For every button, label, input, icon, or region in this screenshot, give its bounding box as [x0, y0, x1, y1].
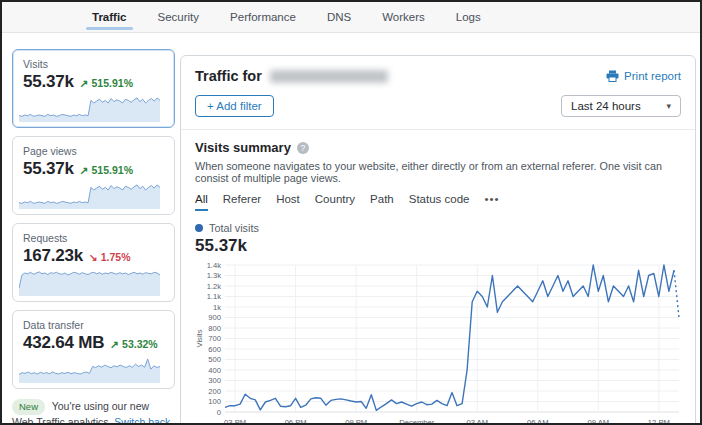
- svg-text:Visits: Visits: [195, 329, 204, 347]
- nav-tab-security[interactable]: Security: [156, 2, 202, 32]
- svg-text:300: 300: [208, 376, 221, 385]
- metric-label: Page views: [23, 145, 164, 157]
- total-visits-value: 55.37k: [195, 236, 681, 256]
- legend-dot-icon: [195, 224, 203, 232]
- chevron-down-icon: ▾: [666, 101, 671, 111]
- metric-card-visits[interactable]: Visits55.37k↗ 515.91%: [12, 49, 175, 128]
- line-chart-svg: 01002003004005006007008009001k1.1k1.2k1.…: [195, 260, 683, 425]
- metric-card-data-transfer[interactable]: Data transfer432.64 MB↗ 53.32%: [12, 310, 175, 389]
- nav-tab-performance[interactable]: Performance: [228, 2, 298, 32]
- svg-text:1.2k: 1.2k: [207, 282, 222, 291]
- section-title: Visits summary: [195, 140, 291, 155]
- svg-text:0: 0: [217, 408, 221, 417]
- add-filter-button[interactable]: + Add filter: [195, 95, 274, 117]
- dimension-tab-path[interactable]: Path: [370, 193, 394, 211]
- metric-value: 432.64 MB: [23, 333, 104, 353]
- svg-text:1.3k: 1.3k: [207, 271, 222, 280]
- svg-text:400: 400: [208, 366, 221, 375]
- metric-label: Visits: [23, 58, 164, 70]
- metric-value: 55.37k: [23, 159, 74, 179]
- metric-card-page-views[interactable]: Page views55.37k↗ 515.91%: [12, 136, 175, 215]
- metric-card-requests[interactable]: Requests167.23k↘ 1.75%: [12, 223, 175, 302]
- svg-text:200: 200: [208, 387, 221, 396]
- svg-text:500: 500: [208, 355, 221, 364]
- sparkline-chart: [19, 93, 160, 123]
- sparkline-chart: [19, 267, 160, 297]
- svg-text:09 PM: 09 PM: [345, 418, 367, 425]
- svg-text:03 AM: 03 AM: [466, 418, 488, 425]
- dimension-tab-all[interactable]: All: [195, 193, 208, 211]
- printer-icon: [606, 70, 619, 82]
- dimension-tab-host[interactable]: Host: [276, 193, 300, 211]
- sparkline-chart: [19, 354, 160, 384]
- metric-value: 167.23k: [23, 246, 83, 266]
- time-range-value: Last 24 hours: [571, 100, 641, 112]
- svg-text:12 PM: 12 PM: [648, 418, 670, 425]
- dimension-tab-country[interactable]: Country: [315, 193, 355, 211]
- help-icon[interactable]: ?: [297, 142, 309, 154]
- nav-tab-workers[interactable]: Workers: [380, 2, 427, 32]
- visits-summary-section: Visits summary ? When someone navigates …: [181, 130, 695, 425]
- svg-text:600: 600: [208, 345, 221, 354]
- dimension-tabs: AllRefererHostCountryPathStatus code•••: [195, 193, 681, 211]
- print-report-label: Print report: [624, 70, 681, 82]
- print-report-link[interactable]: Print report: [606, 70, 681, 82]
- redacted-domain: [270, 70, 388, 83]
- svg-text:06 PM: 06 PM: [285, 418, 307, 425]
- nav-tab-logs[interactable]: Logs: [454, 2, 483, 32]
- legend-label: Total visits: [209, 222, 259, 234]
- metrics-sidebar: Visits55.37k↗ 515.91%Page views55.37k↗ 5…: [12, 49, 175, 425]
- svg-text:09 AM: 09 AM: [588, 418, 610, 425]
- svg-text:800: 800: [208, 324, 221, 333]
- page-title: Traffic for: [195, 68, 262, 84]
- metric-delta: ↘ 1.75%: [89, 251, 131, 263]
- metric-label: Requests: [23, 232, 164, 244]
- svg-text:1.4k: 1.4k: [207, 261, 222, 270]
- top-nav: TrafficSecurityPerformanceDNSWorkersLogs: [2, 2, 700, 33]
- metric-delta: ↗ 53.32%: [110, 338, 157, 350]
- metric-value: 55.37k: [23, 72, 74, 92]
- sparkline-chart: [19, 180, 160, 210]
- svg-text:1k: 1k: [213, 303, 221, 312]
- nav-tab-dns[interactable]: DNS: [325, 2, 353, 32]
- more-tabs-button[interactable]: •••: [484, 193, 499, 211]
- main-header: Traffic for Print report + Add filter La…: [181, 56, 695, 130]
- new-analytics-notice: New You're using our new Web Traffic ana…: [12, 399, 172, 425]
- svg-text:700: 700: [208, 334, 221, 343]
- svg-text:900: 900: [208, 313, 221, 322]
- svg-text:06 AM: 06 AM: [527, 418, 549, 425]
- section-description: When someone navigates to your website, …: [195, 160, 681, 184]
- svg-text:03 PM: 03 PM: [224, 418, 246, 425]
- visits-chart: 01002003004005006007008009001k1.1k1.2k1.…: [195, 260, 681, 425]
- svg-text:100: 100: [208, 397, 221, 406]
- dimension-tab-referer[interactable]: Referer: [223, 193, 261, 211]
- main-panel: Traffic for Print report + Add filter La…: [180, 55, 696, 425]
- metric-delta: ↗ 515.91%: [80, 77, 133, 89]
- svg-text:1.1k: 1.1k: [207, 292, 222, 301]
- metric-delta: ↗ 515.91%: [80, 164, 133, 176]
- metric-label: Data transfer: [23, 319, 164, 331]
- svg-text:December: December: [399, 418, 434, 425]
- new-badge: New: [12, 399, 45, 415]
- time-range-dropdown[interactable]: Last 24 hours ▾: [561, 95, 681, 117]
- dimension-tab-status-code[interactable]: Status code: [409, 193, 470, 211]
- app-window: TrafficSecurityPerformanceDNSWorkersLogs…: [0, 0, 702, 425]
- nav-tab-traffic[interactable]: Traffic: [90, 2, 129, 32]
